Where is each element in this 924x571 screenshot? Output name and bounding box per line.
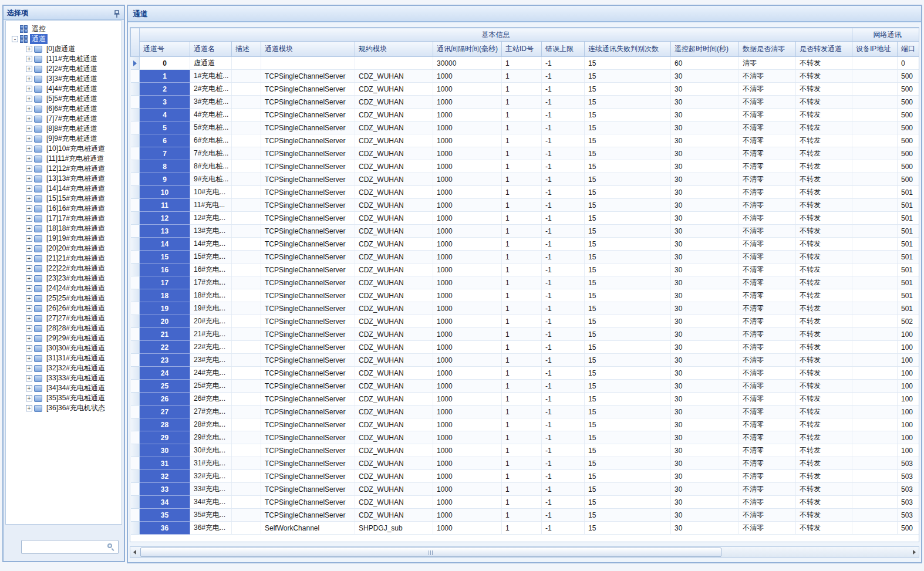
grid-cell[interactable] bbox=[852, 134, 898, 147]
grid-cell[interactable]: TCPSingleChannelServer bbox=[261, 263, 355, 276]
channel-number-cell[interactable]: 22 bbox=[140, 341, 190, 354]
grid-cell[interactable]: 15 bbox=[585, 276, 671, 289]
grid-cell[interactable]: 1 bbox=[502, 147, 542, 160]
row-indicator-cell[interactable] bbox=[131, 457, 140, 470]
grid-cell[interactable]: 15 bbox=[585, 238, 671, 251]
grid-cell[interactable] bbox=[852, 509, 898, 522]
tree-node-label[interactable]: [13]13#充电桩通道 bbox=[45, 174, 107, 184]
grid-cell[interactable]: 1 bbox=[502, 341, 542, 354]
row-indicator-cell[interactable] bbox=[131, 173, 140, 186]
grid-cell[interactable]: 15 bbox=[585, 302, 671, 315]
plus-box-icon[interactable]: + bbox=[26, 126, 32, 132]
grid-cell[interactable]: 不清零 bbox=[739, 457, 796, 470]
grid-cell[interactable]: 清零 bbox=[739, 57, 796, 70]
grid-cell[interactable]: 不转发 bbox=[796, 199, 852, 212]
grid-cell[interactable]: 6#充电桩... bbox=[190, 134, 232, 147]
grid-cell[interactable]: 7#充电桩... bbox=[190, 147, 232, 160]
grid-cell[interactable]: CDZ_WUHAN bbox=[355, 470, 433, 483]
grid-cell[interactable]: 30 bbox=[671, 121, 739, 134]
row-indicator-cell[interactable] bbox=[131, 496, 140, 509]
grid-cell[interactable]: 15 bbox=[585, 199, 671, 212]
grid-cell[interactable] bbox=[232, 302, 261, 315]
grid-cell[interactable]: TCPSingleChannelServer bbox=[261, 186, 355, 199]
plus-box-icon[interactable]: + bbox=[26, 295, 32, 302]
grid-cell[interactable]: 不转发 bbox=[796, 496, 852, 509]
grid-cell[interactable] bbox=[232, 406, 261, 418]
grid-cell[interactable]: 不清零 bbox=[739, 393, 796, 406]
plus-box-icon[interactable]: + bbox=[26, 106, 32, 112]
row-indicator-cell[interactable] bbox=[131, 354, 140, 367]
tree-node-label[interactable]: [6]6#充电桩通道 bbox=[45, 104, 99, 114]
grid-cell[interactable]: 30 bbox=[671, 418, 739, 431]
grid-cell[interactable]: 不清零 bbox=[739, 173, 796, 186]
grid-cell[interactable]: 1000 bbox=[433, 263, 502, 276]
grid-cell[interactable]: 1000 bbox=[433, 276, 502, 289]
grid-cell[interactable]: TCPSingleChannelServer bbox=[261, 199, 355, 212]
grid-cell[interactable] bbox=[852, 380, 898, 393]
grid-cell[interactable]: 36#充电... bbox=[190, 522, 232, 535]
grid-cell[interactable]: CDZ_WUHAN bbox=[355, 496, 433, 509]
grid-cell[interactable]: CDZ_WUHAN bbox=[355, 173, 433, 186]
grid-cell[interactable] bbox=[232, 418, 261, 431]
grid-cell[interactable]: 30 bbox=[671, 367, 739, 380]
grid-cell[interactable]: -1 bbox=[542, 380, 585, 393]
grid-cell[interactable]: TCPSingleChannelServer bbox=[261, 134, 355, 147]
grid-cell[interactable]: 1000 bbox=[433, 354, 502, 367]
grid-cell[interactable]: 30 bbox=[671, 522, 739, 535]
grid-cell[interactable]: 15 bbox=[585, 393, 671, 406]
grid-cell[interactable]: TCPSingleChannelServer bbox=[261, 418, 355, 431]
tree-item[interactable]: +[11]11#充电桩通道 bbox=[8, 154, 122, 164]
grid-cell[interactable]: 不转发 bbox=[796, 186, 852, 199]
grid-cell[interactable]: 30 bbox=[671, 160, 739, 173]
grid-cell[interactable] bbox=[232, 393, 261, 406]
grid-cell[interactable]: 1000 bbox=[433, 186, 502, 199]
row-indicator-cell[interactable] bbox=[131, 522, 140, 535]
grid-cell[interactable]: -1 bbox=[542, 367, 585, 380]
grid-cell[interactable]: 1000 bbox=[433, 509, 502, 522]
grid-cell[interactable]: 1 bbox=[502, 225, 542, 238]
grid-cell[interactable]: 503 bbox=[898, 470, 920, 483]
plus-box-icon[interactable]: + bbox=[26, 205, 32, 212]
grid-cell[interactable]: 15 bbox=[585, 173, 671, 186]
grid-cell[interactable] bbox=[232, 109, 261, 121]
grid-cell[interactable]: 5#充电桩... bbox=[190, 121, 232, 134]
grid-cell[interactable] bbox=[852, 367, 898, 380]
grid-cell[interactable]: 1 bbox=[502, 109, 542, 121]
row-indicator-cell[interactable] bbox=[131, 147, 140, 160]
row-indicator-cell[interactable] bbox=[131, 509, 140, 522]
channel-number-cell[interactable]: 34 bbox=[140, 496, 190, 509]
plus-box-icon[interactable]: + bbox=[26, 225, 32, 232]
tree-item[interactable]: +[19]19#充电桩通道 bbox=[8, 234, 122, 244]
grid-cell[interactable]: 14#充电... bbox=[190, 238, 232, 251]
grid-cell[interactable]: 100 bbox=[898, 328, 920, 341]
row-indicator-cell[interactable] bbox=[131, 121, 140, 134]
grid-cell[interactable]: 不清零 bbox=[739, 354, 796, 367]
grid-cell[interactable]: 501 bbox=[898, 225, 920, 238]
tree-item[interactable]: +[5]5#充电桩通道 bbox=[8, 94, 122, 104]
row-indicator-cell[interactable] bbox=[131, 380, 140, 393]
grid-cell[interactable]: 不清零 bbox=[739, 522, 796, 535]
tree-item[interactable]: +[27]27#充电桩通道 bbox=[8, 313, 122, 323]
grid-cell[interactable]: 18#充电... bbox=[190, 289, 232, 302]
tree-item[interactable]: +[0]虚通道 bbox=[8, 44, 122, 54]
grid-cell[interactable]: 不转发 bbox=[796, 444, 852, 457]
grid-cell[interactable]: CDZ_WUHAN bbox=[355, 289, 433, 302]
grid-cell[interactable] bbox=[852, 109, 898, 121]
grid-cell[interactable]: 1 bbox=[502, 251, 542, 263]
grid-cell[interactable]: 30 bbox=[671, 263, 739, 276]
grid-cell[interactable]: 1000 bbox=[433, 199, 502, 212]
grid-cell[interactable]: 30 bbox=[671, 276, 739, 289]
grid-cell[interactable]: -1 bbox=[542, 406, 585, 418]
grid-cell[interactable]: 501 bbox=[898, 263, 920, 276]
grid-cell[interactable]: 15 bbox=[585, 57, 671, 70]
grid-cell[interactable]: 30 bbox=[671, 147, 739, 160]
row-indicator-cell[interactable] bbox=[131, 483, 140, 496]
channel-number-cell[interactable]: 21 bbox=[140, 328, 190, 341]
grid-cell[interactable]: 不清零 bbox=[739, 431, 796, 444]
grid-cell[interactable]: 不清零 bbox=[739, 341, 796, 354]
grid-cell[interactable]: 30 bbox=[671, 251, 739, 263]
grid-cell[interactable]: CDZ_WUHAN bbox=[355, 431, 433, 444]
channel-number-cell[interactable]: 14 bbox=[140, 238, 190, 251]
channel-number-cell[interactable]: 27 bbox=[140, 406, 190, 418]
grid-cell[interactable]: 不清零 bbox=[739, 470, 796, 483]
